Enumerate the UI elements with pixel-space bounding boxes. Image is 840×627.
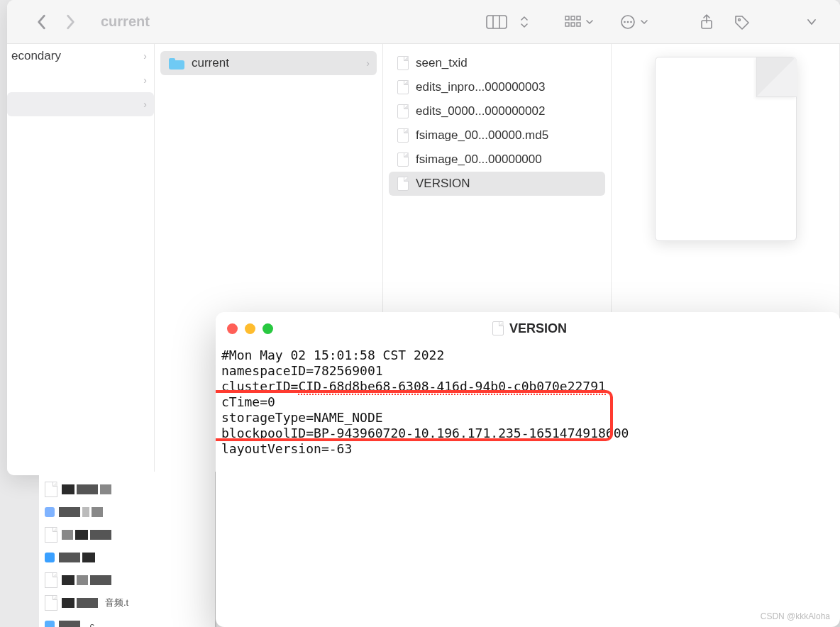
updown-icon <box>520 16 529 28</box>
back-button[interactable] <box>35 14 47 30</box>
file-icon <box>45 482 57 497</box>
chevron-right-icon: › <box>366 57 370 69</box>
toolbar: current <box>7 0 840 44</box>
item-label: fsimage_00...00000000 <box>416 152 542 167</box>
file-fsimage[interactable]: fsimage_00...00000000 <box>389 148 605 172</box>
window-title: current <box>101 13 150 30</box>
chevron-down-icon <box>807 18 817 26</box>
thumb-item[interactable]: .c <box>45 616 211 627</box>
svg-point-10 <box>624 21 626 23</box>
line-5: storageType=NAME_NODE <box>221 410 383 425</box>
share-button[interactable] <box>692 12 721 32</box>
recents-popover: 音频.t .c <box>39 472 216 627</box>
file-icon <box>397 177 409 191</box>
text-editor-window: VERSION #Mon May 02 15:01:58 CST 2022 na… <box>216 312 840 627</box>
caret-icon <box>131 465 145 472</box>
nav-arrows <box>35 14 77 30</box>
editor-content[interactable]: #Mon May 02 15:01:58 CST 2022 namespaceI… <box>216 345 840 460</box>
view-switch-button[interactable] <box>518 12 531 32</box>
color-chip <box>45 621 55 627</box>
line-3-key: clusterID= <box>221 379 298 394</box>
svg-rect-6 <box>565 23 569 26</box>
svg-rect-7 <box>571 23 575 26</box>
file-icon <box>45 595 57 611</box>
tags-button[interactable] <box>728 12 756 32</box>
tag-icon <box>734 14 751 30</box>
file-icon <box>397 80 409 94</box>
more-button[interactable] <box>797 12 826 32</box>
thumb-label: 音频.t <box>105 597 128 609</box>
chevron-right-icon <box>65 14 77 30</box>
chevron-left-icon <box>35 14 47 30</box>
item-label: edits_0000...000000002 <box>416 104 545 118</box>
folder-current[interactable]: current › <box>160 51 377 75</box>
editor-title: VERSION <box>509 321 567 336</box>
sidebar-item-secondary[interactable]: econdary › <box>7 44 154 68</box>
item-label: fsimage_00...00000.md5 <box>416 128 548 143</box>
file-icon <box>397 56 409 70</box>
line-3-value: CID-68d8be68-6308-416d-94b0-c0b070e22791 <box>298 379 605 395</box>
svg-point-14 <box>739 18 741 21</box>
toolbar-right <box>482 12 826 32</box>
chevron-right-icon: › <box>143 74 147 86</box>
line-7: layoutVersion=-63 <box>221 441 352 456</box>
grid-icon <box>565 16 581 28</box>
thumb-item[interactable] <box>45 480 211 499</box>
file-icon <box>492 321 504 335</box>
file-preview <box>655 57 797 241</box>
line-6: blockpoolID=BP-943960720-10.196.171.235-… <box>221 426 629 440</box>
file-edits[interactable]: edits_0000...000000002 <box>389 99 605 123</box>
view-columns-button[interactable] <box>482 12 511 32</box>
svg-rect-8 <box>577 23 580 26</box>
group-button[interactable] <box>565 12 593 32</box>
sidebar-item-selected[interactable]: › <box>7 92 154 116</box>
file-seen-txid[interactable]: seen_txid <box>389 51 605 75</box>
chevron-down-icon <box>640 18 648 26</box>
item-label: seen_txid <box>416 56 468 70</box>
svg-rect-4 <box>571 16 575 20</box>
svg-point-12 <box>630 21 632 23</box>
sidebar-item[interactable]: › <box>7 68 154 92</box>
file-icon <box>397 104 409 118</box>
thumb-label: .c <box>87 621 94 628</box>
chevron-right-icon: › <box>143 99 147 110</box>
action-button[interactable] <box>620 12 648 32</box>
color-chip <box>45 507 55 517</box>
file-icon <box>45 527 57 543</box>
file-edits-inprogress[interactable]: edits_inpro...000000003 <box>389 75 605 99</box>
svg-point-11 <box>627 21 629 23</box>
item-label: econdary <box>11 49 61 63</box>
watermark: CSDN @kkkAloha <box>761 611 830 621</box>
column-1: econdary › › › <box>7 44 155 475</box>
file-version[interactable]: VERSION <box>389 172 605 196</box>
svg-rect-3 <box>565 16 569 20</box>
file-icon <box>45 572 57 588</box>
chevron-down-icon <box>585 18 593 26</box>
columns-icon <box>486 15 507 29</box>
file-fsimage-md5[interactable]: fsimage_00...00000.md5 <box>389 123 605 148</box>
thumb-grid: 音频.t .c <box>39 472 216 627</box>
item-label: VERSION <box>416 177 470 191</box>
ellipsis-circle-icon <box>620 14 636 30</box>
thumb-item[interactable] <box>45 571 211 589</box>
thumb-item[interactable] <box>45 526 211 544</box>
color-chip <box>45 553 55 562</box>
share-icon <box>700 13 714 30</box>
thumb-item[interactable] <box>45 548 211 567</box>
line-2: namespaceID=782569001 <box>221 363 383 378</box>
folder-icon <box>169 57 184 70</box>
line-4: cTime=0 <box>221 394 275 409</box>
thumb-item[interactable]: 音频.t <box>45 594 211 612</box>
thumb-item[interactable] <box>45 503 211 521</box>
item-label: edits_inpro...000000003 <box>416 80 545 94</box>
forward-button[interactable] <box>65 14 77 30</box>
titlebar: VERSION <box>216 312 840 345</box>
item-label: current <box>192 56 229 70</box>
line-1: #Mon May 02 15:01:58 CST 2022 <box>221 348 444 362</box>
file-icon <box>397 128 409 143</box>
svg-rect-5 <box>577 16 580 20</box>
file-icon <box>397 152 409 167</box>
chevron-right-icon: › <box>143 50 147 62</box>
svg-rect-0 <box>487 16 507 28</box>
